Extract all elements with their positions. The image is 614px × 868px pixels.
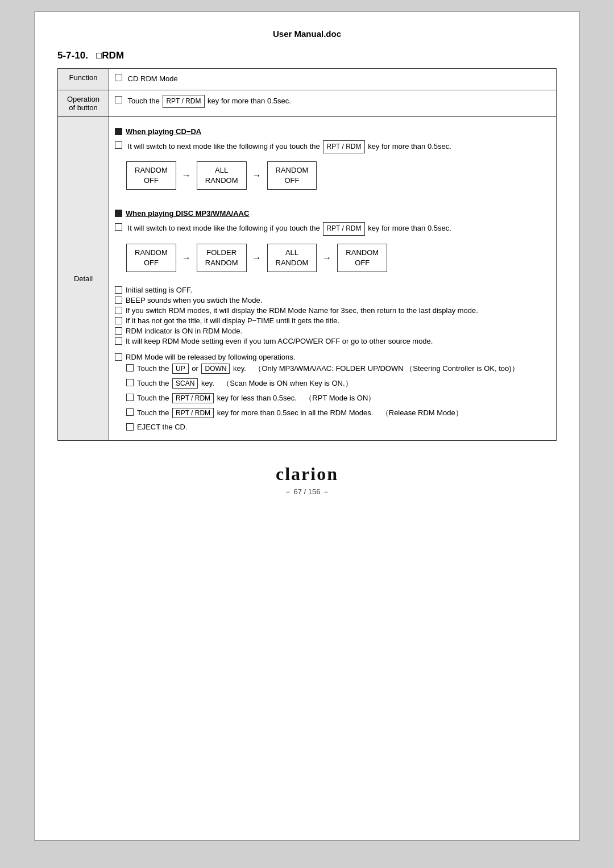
release-sub-checkbox-2 [126,379,134,386]
operation-checkbox [115,96,122,103]
release-heading-item: RDM Mode will be released by following o… [115,353,550,361]
rpt-rdm-key-1: RPT / RDM [163,95,204,108]
cd-da-flow: RANDOMOFF → ALLRANDOM → RANDOMOFF [126,161,550,190]
release-heading: RDM Mode will be released by following o… [126,353,295,361]
detail-item-6: It will keep RDM Mode setting even if yo… [115,337,550,345]
detail-checkbox-2 [115,297,122,304]
disc-box-4: RANDOMOFF [337,244,387,272]
function-row: Function CD RDM Mode [58,69,557,90]
page-header: User Manual.doc [57,29,557,39]
disc-arrow-2: → [252,253,262,263]
page: User Manual.doc 5-7-10. □RDM Function CD… [34,11,580,841]
function-content: CD RDM Mode [109,69,557,90]
disc-mp3-flow: RANDOMOFF → FOLDERRANDOM → ALLRANDOM → R… [126,244,550,272]
operation-label: Operationof button [58,90,109,116]
rpt-rdm-key-4: RPT / RDM [172,393,214,403]
release-sub-items: Touch the UP or DOWN key. （Only MP3/WMA/… [126,364,550,431]
down-key: DOWN [201,364,230,374]
detail-checkbox-4 [115,317,122,324]
detail-label: Detail [58,116,109,440]
detail-item-1: Initial setting is OFF. [115,286,550,294]
cd-da-desc: It will switch to next mode like the fol… [115,140,550,153]
rpt-rdm-key-5: RPT / RDM [172,408,214,418]
detail-item-2: BEEP sounds when you swtich the Mode. [115,296,550,304]
release-sub-checkbox-5 [126,423,134,431]
disc-box-1: RANDOMOFF [126,244,176,272]
detail-checkbox-6 [115,337,122,345]
cd-da-icon [115,128,122,135]
page-footer: clarion － 67 / 156 － [57,464,557,497]
operation-row: Operationof button Touch the RPT / RDM k… [58,90,557,116]
operation-content: Touch the RPT / RDM key for more than 0.… [109,90,557,116]
release-sub-checkbox-3 [126,394,134,401]
up-key: UP [172,364,189,374]
detail-content: When playing CD−DA It will switch to nex… [109,116,557,440]
rpt-rdm-key-2: RPT / RDM [323,140,364,153]
page-number: － 67 / 156 － [57,487,557,497]
section-number: 5-7-10. [57,50,88,61]
disc-mp3-heading: When playing DISC MP3/WMA/AAC [115,209,550,218]
detail-item-3: If you switch RDM modes, it will display… [115,306,550,315]
release-item-4: Touch the RPT / RDM key for more than 0.… [126,408,550,418]
section-checkbox: □ [96,50,102,61]
cd-da-title: When playing CD−DA [126,127,201,136]
detail-checkbox-1 [115,286,122,294]
cd-da-arrow-1: → [182,170,191,181]
cd-da-box-1: RANDOMOFF [126,161,176,190]
disc-arrow-3: → [322,253,331,263]
main-table: Function CD RDM Mode Operationof button … [57,68,557,441]
detail-checkbox-3 [115,307,122,314]
scan-key: SCAN [172,378,198,389]
detail-row: Detail When playing CD−DA It will switch… [58,116,557,440]
release-item-3: Touch the RPT / RDM key for less than 0.… [126,393,550,403]
section-title: 5-7-10. □RDM [57,50,557,61]
detail-item-4: If it has not got the title, it will dis… [115,316,550,325]
release-item-1: Touch the UP or DOWN key. （Only MP3/WMA/… [126,364,550,374]
disc-box-3: ALLRANDOM [267,244,317,272]
page-title: User Manual.doc [273,29,341,39]
cd-da-heading: When playing CD−DA [115,127,550,136]
operation-text: Touch the RPT / RDM key for more than 0.… [115,95,550,108]
cd-da-box-3: RANDOMOFF [267,161,317,190]
disc-mp3-desc: It will switch to next mode like the fol… [115,222,550,235]
rpt-rdm-key-3: RPT / RDM [323,222,364,235]
detail-item-5: RDM indicator is ON in RDM Mode. [115,327,550,335]
detail-checkbox-5 [115,327,122,335]
disc-box-2: FOLDERRANDOM [197,244,247,272]
function-text: CD RDM Mode [115,73,550,85]
disc-arrow-1: → [182,253,191,263]
disc-mp3-title: When playing DISC MP3/WMA/AAC [126,209,249,218]
disc-mp3-icon [115,210,122,217]
release-checkbox [115,353,122,361]
function-label: Function [58,69,109,90]
cd-da-arrow-2: → [252,170,262,181]
cd-da-checkbox [115,141,122,149]
release-sub-checkbox-4 [126,408,134,416]
detail-list: Initial setting is OFF. BEEP sounds when… [115,286,550,345]
cd-da-box-2: ALLRANDOM [197,161,247,190]
release-sub-checkbox-1 [126,364,134,372]
release-item-2: Touch the SCAN key. （Scan Mode is ON whe… [126,378,550,389]
function-checkbox [115,74,122,81]
section-name: RDM [102,50,124,61]
disc-mp3-checkbox [115,223,122,231]
release-item-5: EJECT the CD. [126,423,550,431]
clarion-logo: clarion [57,464,557,485]
